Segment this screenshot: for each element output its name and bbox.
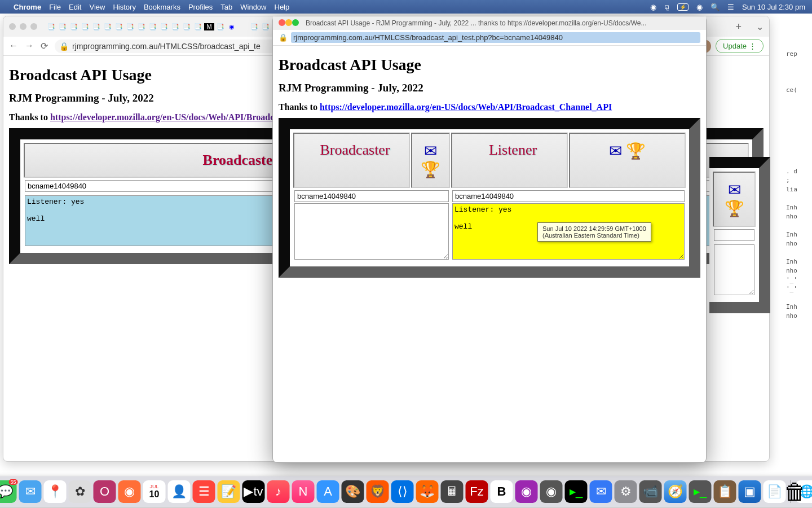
update-button[interactable]: Update⋮	[716, 39, 764, 53]
datetime[interactable]: Sun 10 Jul 2:30 pm	[742, 3, 805, 11]
firefox-icon[interactable]: 🦊	[416, 480, 439, 503]
mail-icon[interactable]: ✉	[609, 142, 622, 160]
maps-icon[interactable]: 📍	[44, 480, 67, 503]
trophy-icon: 🏆	[421, 161, 440, 178]
background-listener-partial: ✉ 🏆	[709, 157, 770, 281]
url-text[interactable]: rjmprogramming.com.au/HTMLCSS/broadcast_…	[291, 32, 700, 43]
thanks-line: Thanks to https://developer.mozilla.org/…	[279, 102, 700, 112]
menu-history[interactable]: History	[113, 3, 135, 11]
bcname-input-right[interactable]	[714, 229, 754, 241]
bapp-icon[interactable]: B	[491, 480, 513, 503]
zoom-icon[interactable]: ▣	[739, 480, 761, 503]
menu-edit[interactable]: Edit	[69, 3, 81, 11]
photos-icon[interactable]: ✿	[69, 480, 91, 503]
menu-view[interactable]: View	[89, 3, 105, 11]
messages-icon[interactable]: 💬55	[0, 480, 17, 503]
menu-profiles[interactable]: Profiles	[188, 3, 213, 11]
contacts-icon[interactable]: 👤	[168, 480, 191, 503]
calendar-icon[interactable]: JUL10	[143, 480, 166, 503]
reminders-icon[interactable]: ☰	[193, 480, 215, 503]
macos-dock[interactable]: ☻ ⊞ 🧭 💬55 ✉ 📍 ✿ O ◉ JUL10 👤 ☰ 📝 ▶tv ♪ N …	[0, 476, 812, 507]
macos-menubar: Chrome File Edit View History Bookmarks …	[0, 0, 812, 14]
foreground-urlbar: 🔒 rjmprogramming.com.au/HTMLCSS/broadcas…	[273, 30, 706, 46]
lock-icon: 🔒	[59, 42, 69, 51]
mail-icon[interactable]: ✉	[728, 181, 741, 199]
menu-window[interactable]: Window	[240, 3, 266, 11]
menu-help[interactable]: Help	[275, 3, 290, 11]
new-tab-button[interactable]: +	[735, 21, 742, 33]
main-box: Broadcaster ✉ 🏆 Listener ✉ 🏆	[279, 118, 700, 278]
thanks-link[interactable]: https://developer.mozilla.org/en-US/docs…	[320, 102, 612, 112]
foreground-titlebar[interactable]: Broadcast API Usage - RJM Programming - …	[273, 16, 706, 30]
back-button[interactable]: ←	[9, 41, 18, 51]
bravebrowser-icon[interactable]: 🦁	[367, 480, 389, 503]
facetime-icon[interactable]: 📹	[639, 480, 662, 503]
control-center-icon[interactable]: ☰	[727, 3, 734, 11]
calculator-icon[interactable]: 🖩	[441, 480, 464, 503]
tab-menu-icon[interactable]: ⌄	[756, 21, 764, 32]
iterm-icon[interactable]: ▸_	[689, 480, 712, 503]
listener-heading: Listener	[489, 142, 537, 158]
trophy-icon: 🏆	[725, 200, 744, 217]
reload-button[interactable]: ⟳	[41, 41, 48, 51]
page-title: Broadcast API Usage	[279, 56, 700, 74]
battery-icon[interactable]: ⚡	[677, 3, 689, 11]
menu-bookmarks[interactable]: Bookmarks	[144, 3, 180, 11]
notes-icon[interactable]: 📝	[218, 480, 240, 503]
broadcaster-textarea[interactable]	[294, 203, 449, 260]
page-subtitle: RJM Programming - July, 2022	[279, 82, 700, 94]
wifi-icon[interactable]: ◉	[696, 3, 703, 11]
menu-tab[interactable]: Tab	[220, 3, 232, 11]
mail-icon[interactable]: ✉	[424, 142, 437, 160]
trash-icon[interactable]: 🗑	[784, 479, 806, 505]
app-name[interactable]: Chrome	[14, 3, 41, 11]
broadcaster-heading: Broadcaster	[320, 142, 390, 158]
broadcaster-bcname-input[interactable]	[294, 190, 449, 202]
settings-icon[interactable]: ⚙	[615, 480, 637, 503]
music-icon[interactable]: ♪	[267, 480, 290, 503]
textedit2-icon[interactable]: 📋	[714, 480, 736, 503]
menu-file[interactable]: File	[49, 3, 61, 11]
activity-icon[interactable]: ◉	[540, 480, 563, 503]
timestamp-tooltip: Sun Jul 10 2022 14:29:59 GMT+1000(Austra…	[537, 222, 651, 242]
mail-icon[interactable]: ✉	[19, 480, 42, 503]
traffic-lights[interactable]	[9, 23, 37, 30]
postman-icon[interactable]: ◉	[118, 480, 141, 503]
safari2-icon[interactable]: 🧭	[664, 480, 687, 503]
forward-button[interactable]: →	[25, 41, 34, 51]
appstore-icon[interactable]: A	[317, 480, 339, 503]
traffic-lights[interactable]	[279, 19, 299, 28]
lock-icon: 🔒	[279, 33, 288, 42]
listener-textarea-partial[interactable]	[714, 244, 754, 295]
foreground-page: Broadcast API Usage RJM Programming - Ju…	[273, 46, 706, 288]
painttool-icon[interactable]: 🎨	[342, 480, 364, 503]
terminal-icon[interactable]: ▸_	[565, 480, 588, 503]
record-icon[interactable]: ◉	[650, 3, 656, 11]
spotlight-icon[interactable]: 🔍	[710, 3, 720, 11]
url-text: rjmprogramming.com.au/HTMLCSS/broadcast_…	[72, 42, 261, 51]
trophy-icon: 🏆	[626, 142, 646, 160]
textedit-icon[interactable]: 📄	[764, 480, 786, 503]
broadcaster-heading: Broadcaster	[203, 152, 279, 168]
news-icon[interactable]: N	[292, 480, 315, 503]
filezilla-icon[interactable]: Fz	[466, 480, 488, 503]
listener-bcname-input[interactable]	[452, 190, 685, 202]
opera-icon[interactable]: O	[94, 480, 116, 503]
thanks-link[interactable]: https://developer.mozilla.org/en-US/docs…	[50, 112, 283, 122]
mail2-icon[interactable]: ✉	[590, 480, 612, 503]
bluetooth-icon[interactable]: ⚼	[664, 2, 669, 11]
podcasts-icon[interactable]: ◉	[515, 480, 538, 503]
vscode-icon[interactable]: ⟨⟩	[391, 480, 414, 503]
window-title: Broadcast API Usage - RJM Programming - …	[306, 19, 700, 27]
appletv-icon[interactable]: ▶tv	[242, 480, 265, 503]
code-editor-sliver: rep ce( . d ; lia Inh nho Inh nho Inh nh…	[784, 16, 812, 462]
